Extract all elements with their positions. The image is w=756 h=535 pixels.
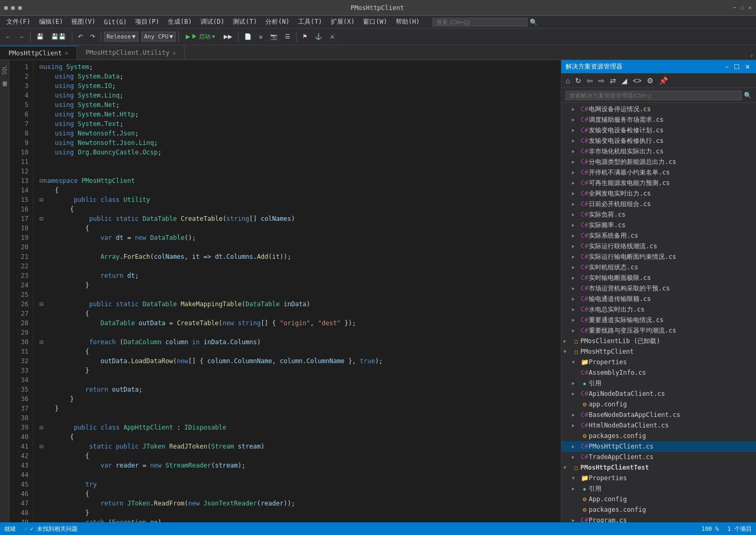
tree-item-21[interactable]: ▶ C# 重要线路与变压器平均潮流.cs bbox=[561, 325, 756, 336]
tree-item-12[interactable]: ▶ C# 实际系统备用.cs bbox=[561, 230, 756, 241]
toolbar-save[interactable]: 💾 bbox=[33, 32, 47, 41]
tree-item-8[interactable]: ▶ C# 全网发电实时出力.cs bbox=[561, 188, 756, 199]
tree-item-15[interactable]: ▶ C# 实时机组状态.cs bbox=[561, 262, 756, 273]
maximize-btn[interactable]: ☐ bbox=[741, 4, 744, 11]
tree-item-test-appconfig[interactable]: ⚙ App.config bbox=[561, 494, 756, 504]
tree-item-test-program[interactable]: ▶ C# Program.cs bbox=[561, 515, 756, 522]
toolbar-bookmark-next[interactable]: ⚓ bbox=[312, 32, 326, 41]
tree-item-basenodedataappclient[interactable]: ▶ C# BaseNodeDataAppClient.cs bbox=[561, 410, 756, 420]
toolbar-run-btn[interactable]: ▶▶ bbox=[221, 32, 235, 41]
window-controls[interactable]: − ☐ ✕ bbox=[733, 4, 752, 11]
menu-edit[interactable]: 编辑(E) bbox=[35, 16, 68, 27]
panel-settings-btn[interactable]: ⚙ bbox=[645, 75, 656, 86]
tree-item-tradeappclient[interactable]: ▶ C# TradeAppClient.cs bbox=[561, 452, 756, 462]
global-search-input[interactable] bbox=[433, 18, 528, 26]
tree-item-6[interactable]: ▶ C# 开停机不满最小约束名单.cs bbox=[561, 167, 756, 178]
menu-file[interactable]: 文件(F) bbox=[2, 16, 35, 27]
tab-main[interactable]: PMosHttpClient ✕ bbox=[0, 46, 77, 60]
panel-expand-btn[interactable]: ☐ bbox=[732, 63, 741, 71]
tree-item-pmosclientlib[interactable]: ▶ □ PMosClientLib (已卸载) bbox=[561, 336, 756, 346]
tab-scroll-right[interactable]: › bbox=[750, 51, 754, 60]
toolbar-save-all[interactable]: 💾💾 bbox=[48, 32, 69, 41]
tree-item-3[interactable]: ▶ C# 发输变电设备检修执行.cs bbox=[561, 135, 756, 146]
toolbar-misc-3[interactable]: 📷 bbox=[267, 32, 281, 41]
build-config-dropdown[interactable]: Release ▼ bbox=[104, 32, 138, 42]
menu-help[interactable]: 帮助(H) bbox=[391, 16, 424, 27]
tree-item-properties[interactable]: ▼ 📁 Properties bbox=[561, 357, 756, 367]
panel-home-btn[interactable]: ⌂ bbox=[563, 75, 572, 86]
tree-item-17[interactable]: ▶ C# 市场运营机构采取的干预.cs bbox=[561, 283, 756, 294]
close-btn[interactable]: ✕ bbox=[748, 4, 752, 11]
toolbar-back[interactable]: ← bbox=[2, 33, 14, 41]
tab-secondary-close[interactable]: ✕ bbox=[173, 50, 176, 56]
menu-build[interactable]: 生成(B) bbox=[164, 16, 196, 27]
tab-main-close[interactable]: ✕ bbox=[65, 50, 68, 56]
tree-item-20[interactable]: ▶ C# 重要通道实际输电情况.cs bbox=[561, 315, 756, 325]
tree-item-1[interactable]: ▶ C# 调度辅助服务市场需求.cs bbox=[561, 114, 756, 125]
menu-test[interactable]: 测试(T) bbox=[228, 16, 261, 27]
tree-item-packagesconfig[interactable]: ⚙ packages.config bbox=[561, 431, 756, 441]
tree-item-apinodedataclient[interactable]: ▶ C# ApiNodeDataClient.cs bbox=[561, 388, 756, 399]
panel-pin-btn[interactable]: 📌 bbox=[657, 75, 670, 86]
tree-item-assemblyinfo[interactable]: C# AssemblyInfo.cs bbox=[561, 367, 756, 378]
panel-filter-btn[interactable]: ◢ bbox=[619, 75, 629, 86]
menu-window[interactable]: 窗口(W) bbox=[359, 16, 391, 27]
status-issues[interactable]: ✓ ✓ 未找到相关问题 bbox=[24, 525, 78, 533]
tree-item-refs[interactable]: ▶ ◆ 引用 bbox=[561, 378, 756, 388]
tree-item-test-packagesconfig[interactable]: ⚙ packages.config bbox=[561, 504, 756, 515]
minimize-btn[interactable]: − bbox=[733, 4, 736, 11]
tree-item-pmoshttpclient[interactable]: ▼ □ PMosHttpClient bbox=[561, 346, 756, 357]
toolbar-undo[interactable]: ↶ bbox=[75, 32, 86, 41]
panel-sync-btn[interactable]: ⇄ bbox=[608, 75, 618, 86]
toolbar-forward[interactable]: → bbox=[15, 33, 27, 41]
menu-project[interactable]: 项目(P) bbox=[131, 16, 164, 27]
toolbar-bookmark-prev[interactable]: ⚔ bbox=[327, 32, 338, 41]
tree-item-pmoshttpclientcs[interactable]: ▶ C# PMosHttpClient.cs bbox=[561, 441, 756, 452]
status-bar: 就绪 ✓ ✓ 未找到相关问题 100 % 1 个项目 bbox=[0, 522, 756, 535]
tree-item-2[interactable]: ▶ C# 发输变电设备检修计划.cs bbox=[561, 125, 756, 135]
panel-refresh-btn[interactable]: ↻ bbox=[573, 75, 583, 86]
toolbar-misc-2[interactable]: ≡ bbox=[256, 33, 265, 41]
toolbar-misc-4[interactable]: ☰ bbox=[282, 32, 293, 41]
toolbar-bookmark[interactable]: ⚑ bbox=[299, 32, 311, 41]
tree-item-9[interactable]: ▶ C# 日前必开机组组合.cs bbox=[561, 199, 756, 209]
tree-item-test-proj[interactable]: ▼ □ PMosHttpClientTest bbox=[561, 462, 756, 473]
panel-minimize-btn[interactable]: − bbox=[723, 63, 730, 71]
menu-debug[interactable]: 调试(D) bbox=[196, 16, 229, 27]
tree-item-11[interactable]: ▶ C# 实际频率.cs bbox=[561, 220, 756, 230]
panel-forward-btn[interactable]: ⇨ bbox=[596, 75, 607, 86]
panel-back-btn[interactable]: ⇦ bbox=[585, 75, 595, 86]
menu-tools[interactable]: 工具(T) bbox=[294, 16, 327, 27]
menu-extensions[interactable]: 扩展(X) bbox=[327, 16, 359, 27]
solution-search-input[interactable] bbox=[566, 91, 742, 100]
toolbar-redo[interactable]: ↷ bbox=[87, 32, 98, 41]
panel-code-btn[interactable]: <> bbox=[630, 75, 643, 86]
arrow-17: ▶ bbox=[572, 286, 580, 291]
tree-item-5[interactable]: ▶ C# 分电源类型的新能源总出力.cs bbox=[561, 157, 756, 167]
menu-view[interactable]: 视图(V) bbox=[67, 16, 100, 27]
tree-item-test-refs[interactable]: ▶ ◆ 引用 bbox=[561, 483, 756, 494]
platform-dropdown[interactable]: Any CPU ▼ bbox=[141, 32, 176, 42]
tree-item-0[interactable]: ▶ C# 电网设备停运情况.cs bbox=[561, 104, 756, 114]
code-editor[interactable]: ⊟using System; using System.Data; using … bbox=[33, 60, 561, 522]
menu-git[interactable]: Git(G) bbox=[100, 17, 131, 27]
tree-item-10[interactable]: ▶ C# 实际负荷.cs bbox=[561, 209, 756, 220]
tab-secondary[interactable]: PMosHttpClient.Utility ✕ bbox=[77, 46, 185, 60]
tree-item-13[interactable]: ▶ C# 实际运行联络线潮流.cs bbox=[561, 241, 756, 251]
menu-analyze[interactable]: 分析(N) bbox=[261, 16, 294, 27]
tree-item-appconfig[interactable]: ⚙ app.config bbox=[561, 399, 756, 410]
tree-item-test-properties[interactable]: ▼ 📁 Properties bbox=[561, 473, 756, 483]
label-12: 实际系统备用.cs bbox=[589, 231, 638, 240]
start-button[interactable]: ▶ ▶ 启动 ▾ bbox=[181, 32, 219, 42]
tree-item-4[interactable]: ▶ C# 非市场化机组实际出力.cs bbox=[561, 146, 756, 157]
label-8: 全网发电实时出力.cs bbox=[589, 189, 651, 198]
tree-item-18[interactable]: ▶ C# 输电通道传输限额.cs bbox=[561, 294, 756, 304]
toolbar-misc-1[interactable]: 📄 bbox=[241, 32, 255, 41]
tree-item-16[interactable]: ▶ C# 实时输电断面极限.cs bbox=[561, 273, 756, 283]
tree-item-7[interactable]: ▶ C# 可再生能源发电能力预测.cs bbox=[561, 178, 756, 188]
tree-item-14[interactable]: ▶ C# 实际运行输电断面约束情况.cs bbox=[561, 251, 756, 262]
tree-item-19[interactable]: ▶ C# 水电总实时出力.cs bbox=[561, 304, 756, 315]
tree-item-htmlnodedataclient[interactable]: ▶ C# HtmlNodeDataClient.cs bbox=[561, 420, 756, 431]
panel-close-btn[interactable]: ✕ bbox=[743, 63, 752, 71]
label-test-proj: PMosHttpClientTest bbox=[580, 464, 649, 471]
